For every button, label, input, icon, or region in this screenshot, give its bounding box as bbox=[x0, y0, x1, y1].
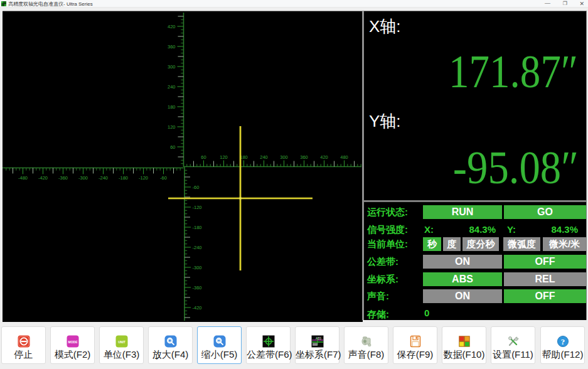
svg-text:360: 360 bbox=[300, 154, 308, 160]
svg-text:-180: -180 bbox=[119, 175, 128, 181]
svg-text:-420: -420 bbox=[38, 175, 48, 181]
svg-text:-120: -120 bbox=[139, 175, 148, 181]
svg-text:300: 300 bbox=[168, 64, 176, 70]
svg-text:-240: -240 bbox=[193, 245, 202, 250]
svg-text:60: 60 bbox=[201, 154, 206, 160]
svg-text:-360: -360 bbox=[193, 285, 202, 291]
svg-text:420: 420 bbox=[168, 24, 176, 29]
svg-text:UNIT: UNIT bbox=[118, 340, 126, 344]
svg-text:ABS: ABS bbox=[315, 337, 321, 340]
svg-text:-60: -60 bbox=[193, 184, 200, 190]
svg-text:-480: -480 bbox=[18, 175, 28, 181]
svg-text:240: 240 bbox=[168, 84, 176, 90]
svg-text:180: 180 bbox=[168, 104, 176, 110]
svg-text:60: 60 bbox=[170, 144, 175, 150]
svg-text:MODE: MODE bbox=[68, 340, 78, 344]
svg-text:-360: -360 bbox=[58, 175, 68, 181]
svg-text:360: 360 bbox=[168, 44, 176, 50]
svg-text:?: ? bbox=[560, 337, 565, 346]
svg-text:120: 120 bbox=[168, 124, 176, 130]
svg-text:120: 120 bbox=[220, 154, 228, 160]
svg-text:-240: -240 bbox=[99, 175, 108, 181]
svg-text:-60: -60 bbox=[160, 175, 167, 181]
svg-text:420: 420 bbox=[320, 154, 328, 160]
svg-text:-420: -420 bbox=[193, 305, 202, 311]
svg-text:480: 480 bbox=[340, 154, 348, 160]
svg-text:-180: -180 bbox=[193, 225, 202, 230]
svg-text:-120: -120 bbox=[193, 205, 202, 210]
svg-text:300: 300 bbox=[280, 154, 288, 160]
svg-text:-300: -300 bbox=[193, 265, 202, 270]
svg-text:-300: -300 bbox=[78, 175, 88, 181]
svg-text:240: 240 bbox=[260, 154, 268, 160]
